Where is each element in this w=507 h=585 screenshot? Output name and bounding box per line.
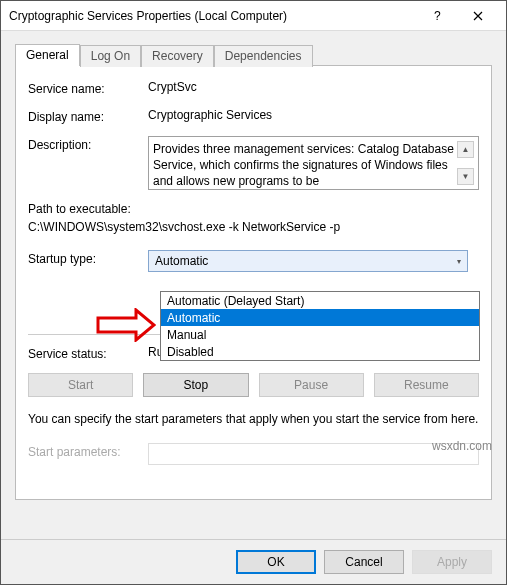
tab-recovery[interactable]: Recovery [141, 45, 214, 67]
option-automatic-delayed[interactable]: Automatic (Delayed Start) [161, 292, 479, 309]
scroll-down-icon[interactable]: ▼ [457, 168, 474, 185]
stop-button[interactable]: Stop [143, 373, 248, 397]
apply-button: Apply [412, 550, 492, 574]
window-title: Cryptographic Services Properties (Local… [9, 9, 418, 23]
content-area: General Log On Recovery Dependencies Ser… [1, 31, 506, 539]
ok-button[interactable]: OK [236, 550, 316, 574]
close-button[interactable] [458, 2, 498, 30]
service-name-value: CryptSvc [148, 80, 479, 94]
row-startup-type: Startup type: Automatic ▾ [28, 250, 479, 272]
option-automatic[interactable]: Automatic [161, 309, 479, 326]
row-start-params: Start parameters: [28, 443, 479, 465]
note-text: You can specify the start parameters tha… [28, 411, 479, 427]
startup-type-label: Startup type: [28, 250, 148, 266]
row-display-name: Display name: Cryptographic Services [28, 108, 479, 124]
watermark-text: wsxdn.com [432, 439, 492, 453]
path-label: Path to executable: [28, 202, 479, 216]
description-scrollbar[interactable]: ▲ ▼ [457, 141, 474, 185]
start-button: Start [28, 373, 133, 397]
start-params-label: Start parameters: [28, 443, 148, 459]
svg-text:?: ? [434, 10, 441, 22]
general-panel: Service name: CryptSvc Display name: Cry… [15, 65, 492, 500]
tab-log-on[interactable]: Log On [80, 45, 141, 67]
pause-button: Pause [259, 373, 364, 397]
path-value: C:\WINDOWS\system32\svchost.exe -k Netwo… [28, 220, 479, 234]
service-status-label: Service status: [28, 345, 148, 361]
resume-button: Resume [374, 373, 479, 397]
startup-type-value: Automatic [155, 254, 208, 268]
red-arrow-annotation [96, 308, 156, 342]
help-button[interactable]: ? [418, 2, 458, 30]
option-disabled[interactable]: Disabled [161, 343, 479, 360]
description-text: Provides three management services: Cata… [153, 141, 457, 189]
description-box: Provides three management services: Cata… [148, 136, 479, 190]
service-name-label: Service name: [28, 80, 148, 96]
cancel-button[interactable]: Cancel [324, 550, 404, 574]
control-buttons: Start Stop Pause Resume [28, 373, 479, 397]
option-manual[interactable]: Manual [161, 326, 479, 343]
display-name-value: Cryptographic Services [148, 108, 479, 122]
tab-general[interactable]: General [15, 44, 80, 66]
start-params-input [148, 443, 479, 465]
tab-dependencies[interactable]: Dependencies [214, 45, 313, 67]
startup-type-select[interactable]: Automatic ▾ [148, 250, 468, 272]
display-name-label: Display name: [28, 108, 148, 124]
tab-strip: General Log On Recovery Dependencies [15, 43, 492, 65]
startup-type-dropdown[interactable]: Automatic (Delayed Start) Automatic Manu… [160, 291, 480, 361]
row-description: Description: Provides three management s… [28, 136, 479, 190]
footer-buttons: OK Cancel Apply [1, 539, 506, 584]
description-label: Description: [28, 136, 148, 152]
properties-dialog: Cryptographic Services Properties (Local… [0, 0, 507, 585]
chevron-down-icon: ▾ [457, 257, 461, 266]
scroll-up-icon[interactable]: ▲ [457, 141, 474, 158]
titlebar: Cryptographic Services Properties (Local… [1, 1, 506, 31]
row-service-name: Service name: CryptSvc [28, 80, 479, 96]
